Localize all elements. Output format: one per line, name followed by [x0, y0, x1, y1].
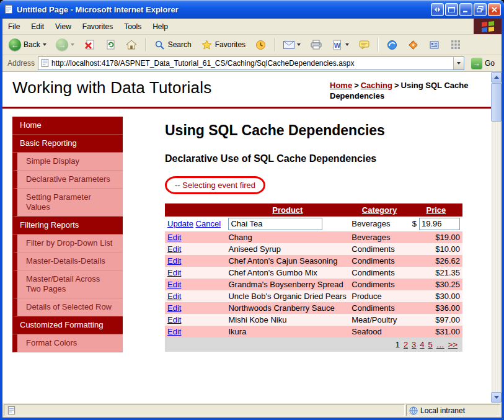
sidebar-item-basic-reporting[interactable]: Basic Reporting — [12, 135, 123, 153]
menu-view[interactable]: View — [50, 19, 77, 34]
grid-header-price[interactable]: Price — [410, 203, 462, 217]
print-button[interactable] — [306, 37, 325, 53]
menu-tools[interactable]: Tools — [118, 19, 147, 34]
table-row: Edit Chang Beverages $19.00 — [165, 231, 462, 243]
scroll-track[interactable] — [491, 83, 502, 392]
address-input[interactable] — [50, 59, 453, 68]
back-label: Back — [24, 40, 40, 49]
window-title: Untitled Page - Microsoft Internet Explo… — [17, 5, 430, 14]
refresh-icon — [105, 39, 117, 51]
restore-button[interactable] — [474, 3, 487, 16]
menu-edit[interactable]: Edit — [25, 19, 50, 34]
grid-header-product[interactable]: Product — [226, 203, 349, 217]
edit-row-category: Beverages — [351, 219, 390, 228]
messenger-button[interactable] — [382, 37, 402, 53]
history-icon — [255, 39, 267, 51]
pager-page-link[interactable]: 4 — [420, 340, 424, 349]
breadcrumb-separator: > — [354, 81, 359, 90]
favorites-button[interactable]: Favorites — [197, 37, 249, 53]
svg-text:W: W — [334, 41, 340, 48]
pager-page-link[interactable]: 3 — [412, 340, 416, 349]
grid-header-actions — [165, 203, 226, 217]
intranet-globe-icon — [409, 406, 418, 415]
menu-favorites[interactable]: Favorites — [77, 19, 118, 34]
sidebar-item-details-of-selected-row[interactable]: Details of Selected Row — [12, 298, 123, 316]
sidebar-item-filter-by-dropdown-list[interactable]: Filter by Drop-Down List — [12, 235, 123, 252]
table-row: Edit Mishi Kobe Niku Meat/Poultry $97.00 — [165, 314, 462, 326]
history-button[interactable] — [251, 37, 270, 53]
address-field — [38, 56, 464, 70]
breadcrumb-home-link[interactable]: Home — [330, 81, 352, 90]
stop-button[interactable] — [80, 37, 99, 53]
edit-link[interactable]: Edit — [167, 233, 181, 242]
mail-button[interactable] — [279, 37, 304, 53]
grid-header-category[interactable]: Category — [349, 203, 409, 217]
sidebar-item-simple-display[interactable]: Simple Display — [12, 153, 123, 171]
vertical-scrollbar[interactable] — [491, 72, 502, 403]
pan-arrows-button[interactable] — [431, 3, 444, 16]
favorites-icon — [201, 39, 213, 51]
pager: 1 2 3 4 5 … >> — [167, 339, 460, 351]
security-zone-pane: Local intranet — [406, 404, 500, 416]
edit-link[interactable]: Edit — [167, 244, 181, 254]
sidebar-item-customized-formatting[interactable]: Customized Formatting — [12, 316, 123, 334]
minimize-button[interactable] — [459, 3, 472, 16]
discuss-button[interactable] — [355, 37, 374, 53]
scroll-down-button[interactable] — [491, 392, 502, 403]
edit-with-word-button[interactable]: W — [327, 37, 353, 53]
menu-help[interactable]: Help — [147, 19, 174, 34]
edit-link[interactable]: Edit — [167, 315, 181, 324]
search-button[interactable]: Search — [150, 37, 195, 53]
sidebar-item-master-detail-two-pages[interactable]: Master/Detail Across Two Pages — [12, 270, 123, 298]
home-button[interactable] — [122, 37, 141, 53]
mobile-favorite-button[interactable] — [404, 37, 423, 53]
windows-logo-throbber — [474, 19, 502, 34]
sidebar-item-master-details-details[interactable]: Master-Details-Details — [12, 252, 123, 270]
sidebar-item-filtering-reports[interactable]: Filtering Reports — [12, 217, 123, 235]
menubar: File Edit View Favorites Tools Help — [2, 19, 502, 35]
edit-link[interactable]: Edit — [167, 280, 181, 289]
sidebar-item-setting-parameter-values[interactable]: Setting Parameter Values — [12, 189, 123, 217]
edit-link[interactable]: Edit — [167, 327, 181, 336]
sidebar-item-format-colors[interactable]: Format Colors — [12, 334, 123, 352]
address-dropdown-icon — [457, 62, 461, 65]
favorites-label: Favorites — [215, 40, 245, 49]
go-button[interactable]: → Go — [467, 56, 498, 70]
update-link[interactable]: Update — [167, 219, 193, 228]
scroll-up-icon — [494, 76, 499, 79]
back-button[interactable]: ← Back — [5, 36, 50, 53]
breadcrumb-caching-link[interactable]: Caching — [361, 81, 392, 90]
refresh-button[interactable] — [101, 37, 120, 53]
close-button[interactable] — [488, 3, 501, 16]
pager-page-link[interactable]: 5 — [428, 340, 433, 349]
edit-link[interactable]: Edit — [167, 292, 181, 301]
breadcrumb-separator: > — [394, 81, 399, 90]
home-icon — [126, 39, 138, 51]
browser-window: Untitled Page - Microsoft Internet Explo… — [0, 0, 504, 420]
pager-current-page: 1 — [396, 340, 400, 349]
word-dropdown-icon — [345, 43, 349, 46]
menu-file[interactable]: File — [2, 19, 25, 34]
sidebar-item-declarative-parameters[interactable]: Declarative Parameters — [12, 171, 123, 189]
sidebar-item-home[interactable]: Home — [12, 117, 123, 135]
edit-link[interactable]: Edit — [167, 256, 181, 266]
research-button[interactable] — [425, 37, 444, 53]
address-dropdown-button[interactable] — [453, 57, 464, 69]
quick-links-button[interactable] — [446, 37, 465, 53]
titlebar[interactable]: Untitled Page - Microsoft Internet Explo… — [0, 0, 504, 19]
scroll-thumb[interactable] — [491, 83, 502, 122]
forward-button[interactable]: → — [52, 36, 78, 53]
cancel-link[interactable]: Cancel — [196, 219, 221, 228]
scroll-up-button[interactable] — [491, 72, 502, 83]
word-icon: W — [331, 39, 343, 51]
edit-link[interactable]: Edit — [167, 268, 181, 277]
breadcrumb: Home>Caching>Using SQL Cache Dependencie… — [330, 78, 486, 102]
edit-link[interactable]: Edit — [167, 303, 181, 313]
product-name-input[interactable] — [228, 218, 322, 230]
pager-page-link[interactable]: 2 — [404, 340, 408, 349]
stop-icon — [84, 39, 95, 51]
fullscreen-button[interactable] — [445, 3, 458, 16]
pager-ellipsis-link[interactable]: … — [436, 340, 444, 349]
price-input[interactable] — [419, 218, 460, 230]
pager-next-link[interactable]: >> — [448, 340, 458, 349]
